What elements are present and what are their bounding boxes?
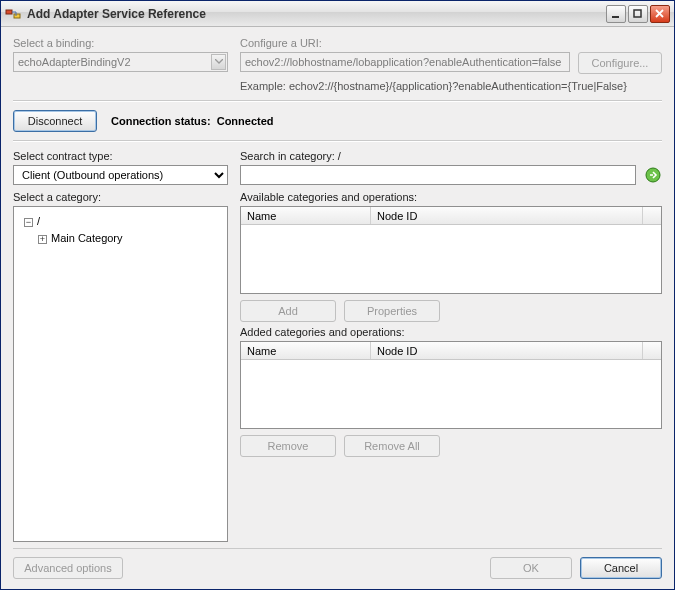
available-header: Name Node ID <box>241 207 661 225</box>
available-body <box>241 225 661 293</box>
footer: Advanced options OK Cancel <box>13 548 662 579</box>
configure-button[interactable]: Configure... <box>578 52 662 74</box>
add-button[interactable]: Add <box>240 300 336 322</box>
search-go-button[interactable] <box>644 166 662 184</box>
contract-label: Select contract type: <box>13 150 228 162</box>
expand-icon[interactable]: + <box>38 235 47 244</box>
remove-button[interactable]: Remove <box>240 435 336 457</box>
col-name[interactable]: Name <box>241 207 371 224</box>
app-icon <box>5 6 21 22</box>
contract-search-row: Select contract type: Client (Outbound o… <box>13 150 662 185</box>
added-listview[interactable]: Name Node ID <box>240 341 662 429</box>
col-nodeid[interactable]: Node ID <box>371 207 643 224</box>
col-nodeid[interactable]: Node ID <box>371 342 643 359</box>
col-spacer <box>643 207 661 224</box>
collapse-icon[interactable]: − <box>24 218 33 227</box>
remove-all-button[interactable]: Remove All <box>344 435 440 457</box>
search-input[interactable] <box>240 165 636 185</box>
category-label: Select a category: <box>13 191 228 203</box>
available-buttons: Add Properties <box>240 300 662 322</box>
uri-field[interactable] <box>240 52 570 72</box>
binding-label: Select a binding: <box>13 37 228 49</box>
window-controls <box>606 5 670 23</box>
col-spacer <box>643 342 661 359</box>
titlebar: Add Adapter Service Reference <box>1 1 674 27</box>
svg-rect-3 <box>634 10 641 17</box>
divider <box>13 140 662 142</box>
search-label: Search in category: / <box>240 150 662 162</box>
disconnect-button[interactable]: Disconnect <box>13 110 97 132</box>
tree-root-label: / <box>37 215 40 227</box>
added-header: Name Node ID <box>241 342 661 360</box>
cancel-button[interactable]: Cancel <box>580 557 662 579</box>
main-row: Select a category: −/ +Main Category <box>13 191 662 542</box>
dialog-window: Add Adapter Service Reference Select a b… <box>0 0 675 590</box>
maximize-button[interactable] <box>628 5 648 23</box>
minimize-button[interactable] <box>606 5 626 23</box>
status-label: Connection status: <box>111 115 211 127</box>
connection-row: Disconnect Connection status: Connected <box>13 110 662 132</box>
contract-select[interactable]: Client (Outbound operations) <box>13 165 228 185</box>
window-title: Add Adapter Service Reference <box>27 7 606 21</box>
available-label: Available categories and operations: <box>240 191 662 203</box>
status-text: Connection status: Connected <box>111 115 274 127</box>
top-row: Select a binding: Configure a URI: Confi… <box>13 37 662 92</box>
added-label: Added categories and operations: <box>240 326 662 338</box>
col-name[interactable]: Name <box>241 342 371 359</box>
advanced-options-button[interactable]: Advanced options <box>13 557 123 579</box>
available-listview[interactable]: Name Node ID <box>240 206 662 294</box>
uri-example: Example: echov2://{hostname}/{applicatio… <box>240 80 662 92</box>
binding-select[interactable] <box>13 52 228 72</box>
divider <box>13 100 662 102</box>
dialog-content: Select a binding: Configure a URI: Confi… <box>1 27 674 589</box>
close-button[interactable] <box>650 5 670 23</box>
svg-rect-0 <box>6 10 12 14</box>
added-buttons: Remove Remove All <box>240 435 662 457</box>
chevron-down-icon[interactable] <box>211 54 226 70</box>
tree-root[interactable]: −/ +Main Category <box>24 213 221 247</box>
properties-button[interactable]: Properties <box>344 300 440 322</box>
ok-button[interactable]: OK <box>490 557 572 579</box>
svg-rect-1 <box>14 14 20 18</box>
tree-item-main-category[interactable]: +Main Category <box>38 230 221 247</box>
category-tree[interactable]: −/ +Main Category <box>13 206 228 542</box>
uri-label: Configure a URI: <box>240 37 662 49</box>
tree-item-label: Main Category <box>51 232 123 244</box>
status-value: Connected <box>217 115 274 127</box>
added-body <box>241 360 661 428</box>
